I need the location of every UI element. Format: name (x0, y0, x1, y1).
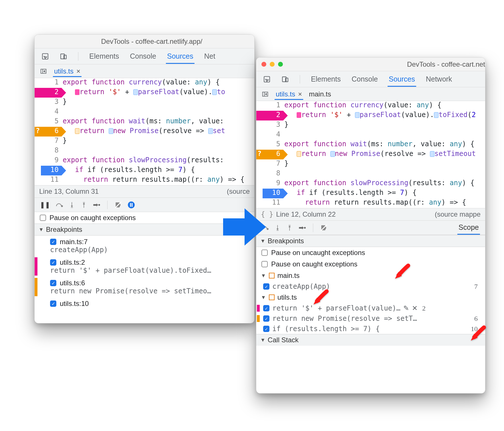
code-editor[interactable]: 1export function currency(value: any) { … (256, 101, 485, 208)
close-dot[interactable] (261, 62, 266, 67)
breakpoints-header[interactable]: ▼Breakpoints (35, 224, 254, 236)
checkbox[interactable]: ✓ (263, 315, 269, 322)
bp-item[interactable]: ✓main.ts:7 createApp(App) (37, 236, 254, 256)
pause-caught-row[interactable]: Pause on caught exceptions (35, 212, 254, 224)
code-editor[interactable]: 1export function currency(value: any) { … (35, 78, 254, 185)
filetab-main[interactable]: main.ts (308, 88, 332, 100)
annotation-arrow-icon (469, 325, 486, 342)
step-into-icon[interactable]: ⭳ (275, 224, 281, 232)
checkbox[interactable]: ✓ (263, 283, 269, 290)
device-toggle-icon[interactable] (280, 74, 290, 84)
filetab-utils[interactable]: utils.ts × (53, 66, 82, 77)
bp-line[interactable]: ✓ return '$' + parseFloat(value)… ✎ ✕ 2 (256, 303, 485, 313)
navigator-toggle-icon[interactable] (260, 89, 270, 99)
filetab-label: utils.ts (54, 67, 74, 75)
bp-item[interactable]: ✓utils.ts:2 return '$' + parseFloat(valu… (37, 256, 254, 277)
svg-point-12 (267, 228, 268, 230)
bp-item[interactable]: ✓utils.ts:6 return new Promise(resolve =… (37, 277, 254, 297)
step-over-icon[interactable] (56, 202, 63, 208)
checkbox[interactable] (261, 250, 268, 256)
divider (78, 52, 78, 61)
minimize-dot[interactable] (270, 62, 275, 67)
checkbox[interactable]: ✓ (263, 305, 269, 311)
tab-sources[interactable]: Sources (166, 49, 195, 64)
tab-elements[interactable]: Elements (88, 49, 120, 64)
inline-bp-icon[interactable] (355, 112, 360, 118)
close-icon[interactable]: × (76, 67, 80, 75)
divider (107, 201, 108, 209)
checkbox[interactable]: ✓ (50, 300, 56, 307)
device-toggle-icon[interactable] (59, 52, 68, 61)
inline-bp-icon[interactable] (330, 151, 335, 157)
inline-bp-icon[interactable] (208, 128, 213, 134)
inspect-icon[interactable] (262, 74, 272, 84)
bp-group-main[interactable]: ▼main.ts (256, 270, 485, 281)
filetab-utils[interactable]: utils.ts × (275, 88, 303, 100)
titlebar[interactable]: DevTools - coffee-cart.net (256, 58, 485, 71)
pause-caught-row[interactable]: Pause on caught exceptions (256, 258, 485, 270)
remove-icon[interactable]: ✕ (412, 304, 418, 312)
step-icon[interactable]: ➡• (93, 201, 100, 209)
inline-bp-icon[interactable] (434, 112, 438, 118)
pause-uncaught-row[interactable]: Pause on uncaught exceptions (256, 247, 485, 258)
sourcemap-label: (source mappe (435, 210, 481, 218)
file-icon (269, 273, 275, 278)
window-title: DevTools - coffee-cart.netlify.app/ (66, 37, 254, 46)
file-icon (269, 294, 275, 300)
close-dot[interactable] (40, 39, 45, 44)
edit-icon[interactable]: ✎ (403, 304, 409, 312)
step-out-icon[interactable]: ⭱ (81, 201, 87, 209)
divider (313, 224, 313, 232)
bp-line[interactable]: ✓ if (results.length >= 7) { 10 (256, 324, 485, 334)
inspect-icon[interactable] (40, 52, 50, 61)
callstack-header[interactable]: ▼Call Stack (256, 334, 485, 346)
status-bar: { }Line 12, Column 22 (source mappe (256, 208, 485, 221)
pause-uncaught-label: Pause on uncaught exceptions (271, 249, 365, 257)
navigator-toggle-icon[interactable] (39, 66, 48, 76)
tab-console[interactable]: Console (350, 72, 379, 87)
scope-tab[interactable]: Scope (457, 221, 480, 235)
tab-network[interactable]: Net (203, 49, 217, 64)
tab-elements[interactable]: Elements (310, 72, 342, 87)
status-bar: Line 13, Column 31 (source (35, 185, 254, 198)
checkbox[interactable]: ✓ (50, 259, 56, 266)
inline-bp-icon[interactable] (133, 89, 138, 95)
titlebar[interactable]: DevTools - coffee-cart.netlify.app/ (35, 35, 254, 48)
breakpoints-list: ✓main.ts:7 createApp(App) ✓utils.ts:2 re… (35, 236, 254, 323)
checkbox[interactable]: ✓ (263, 326, 269, 332)
checkbox[interactable] (40, 215, 46, 221)
step-icon[interactable]: ➡• (299, 224, 306, 232)
checkbox[interactable]: ✓ (50, 280, 56, 286)
deactivate-bp-icon[interactable] (320, 224, 328, 232)
svg-rect-7 (132, 203, 132, 207)
checkbox[interactable]: ✓ (50, 239, 56, 245)
deactivate-bp-icon[interactable] (114, 201, 122, 209)
bp-item[interactable]: ✓utils.ts:10 (37, 297, 254, 310)
file-tabs: utils.ts × (35, 64, 254, 78)
pause-icon[interactable]: ❚❚ (40, 201, 50, 209)
bp-line[interactable]: ✓ createApp(App) 7 (256, 281, 485, 292)
transition-arrow-icon (223, 208, 266, 246)
close-icon[interactable]: × (298, 90, 302, 98)
window-title: DevTools - coffee-cart.net (288, 60, 485, 68)
traffic-lights (35, 39, 66, 44)
tab-sources[interactable]: Sources (388, 72, 416, 87)
inline-bp-icon[interactable] (109, 128, 113, 134)
maximize-dot[interactable] (56, 39, 61, 44)
traffic-lights (256, 62, 288, 67)
minimize-dot[interactable] (48, 39, 53, 44)
tab-network[interactable]: Network (425, 72, 453, 87)
breakpoints-header[interactable]: ▼Breakpoints (256, 235, 485, 247)
tab-console[interactable]: Console (129, 49, 157, 64)
debug-toolbar: ❚❚ ⭳ ⭱ ➡• (35, 198, 254, 212)
bp-group-utils[interactable]: ▼utils.ts (256, 292, 485, 303)
cursor-position: Line 12, Column 22 (276, 210, 336, 218)
bp-line[interactable]: ✓ return new Promise(resolve => setT… 6 (256, 313, 485, 324)
maximize-dot[interactable] (278, 62, 283, 67)
checkbox[interactable] (261, 261, 268, 267)
step-into-icon[interactable]: ⭳ (69, 201, 75, 209)
pause-exceptions-icon[interactable] (128, 201, 135, 209)
inline-bp-icon[interactable] (212, 89, 217, 95)
step-out-icon[interactable]: ⭱ (287, 224, 293, 232)
inline-bp-icon[interactable] (430, 151, 434, 157)
